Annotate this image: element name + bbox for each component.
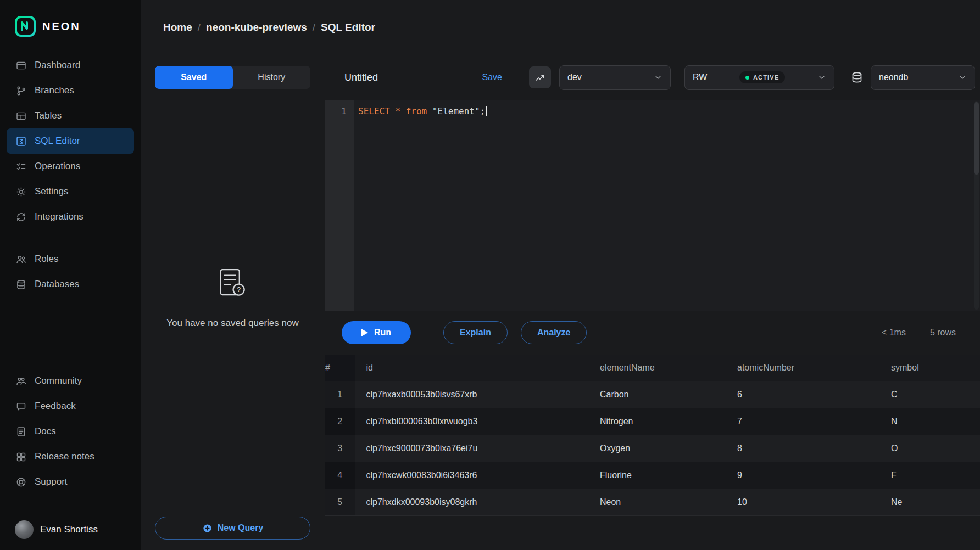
query-action-bar: Run Explain Analyze < 1ms 5 rows xyxy=(325,311,980,355)
cell-id: clp7hxaxb00053b0isvs67xrb xyxy=(355,381,589,408)
community-icon xyxy=(15,375,27,387)
user-menu[interactable]: Evan Shortiss xyxy=(0,512,141,540)
database-select-value: neondb xyxy=(879,72,908,82)
user-name: Evan Shortiss xyxy=(40,524,98,535)
run-label: Run xyxy=(374,328,391,338)
cell-elementName: Fluorine xyxy=(589,462,726,489)
query-stats: < 1ms 5 rows xyxy=(882,328,964,338)
cell-symbol: F xyxy=(880,462,980,489)
sidebar-item-tables[interactable]: Tables xyxy=(7,103,134,128)
sidebar-item-community[interactable]: Community xyxy=(7,368,134,394)
sidebar-item-label: Feedback xyxy=(35,401,76,412)
column-header-elementName: elementName xyxy=(589,355,726,381)
analyze-button[interactable]: Analyze xyxy=(521,321,587,344)
tab-history[interactable]: History xyxy=(233,66,311,89)
code-punctuation: ; xyxy=(480,106,486,116)
action-divider xyxy=(427,324,427,341)
status-badge: ACTIVE xyxy=(739,71,786,83)
cell-id: clp7hxdkx00093b0isy08gkrh xyxy=(355,489,589,515)
cell-id: clp7hxcwk00083b0i6i3463r6 xyxy=(355,462,589,489)
sidebar-item-label: Tables xyxy=(35,110,62,121)
editor-scrollbar-track xyxy=(974,101,979,310)
sidebar-item-label: SQL Editor xyxy=(35,136,80,147)
cell-index: 4 xyxy=(325,462,355,489)
sidebar-item-integrations[interactable]: Integrations xyxy=(7,204,134,229)
branch-diagram-button[interactable] xyxy=(529,66,551,88)
sql-editor-icon xyxy=(15,135,27,147)
query-duration: < 1ms xyxy=(882,328,906,338)
sidebar-item-dashboard[interactable]: Dashboard xyxy=(7,53,134,78)
sidebar-item-databases[interactable]: Databases xyxy=(7,272,134,297)
cell-id: clp7hxbl000063b0ixrwuogb3 xyxy=(355,408,589,435)
sidebar-item-feedback[interactable]: Feedback xyxy=(7,394,134,419)
database-icon xyxy=(15,278,27,290)
breadcrumb: Home / neon-kube-previews / SQL Editor xyxy=(141,0,980,55)
sidebar-item-sql-editor[interactable]: SQL Editor xyxy=(7,128,134,154)
dashboard-icon xyxy=(15,59,27,71)
save-button[interactable]: Save xyxy=(482,72,502,82)
new-query-button[interactable]: New Query xyxy=(155,517,310,540)
sidebar-item-label: Branches xyxy=(35,85,74,96)
cell-symbol: C xyxy=(880,381,980,408)
query-row-count: 5 rows xyxy=(930,328,956,338)
brand-logo[interactable]: NEON xyxy=(0,13,141,53)
empty-state-text: You have no saved queries now xyxy=(166,318,298,329)
sidebar-item-label: Community xyxy=(35,375,82,386)
branch-select[interactable]: dev xyxy=(559,65,671,90)
breadcrumb-separator: / xyxy=(198,21,201,33)
branches-icon xyxy=(15,85,27,97)
sql-input[interactable]: SELECT * from "Element"; xyxy=(354,100,980,311)
sidebar-item-docs[interactable]: Docs xyxy=(7,419,134,444)
avatar xyxy=(15,520,34,539)
operations-icon xyxy=(15,160,27,172)
roles-icon xyxy=(15,253,27,265)
saved-queries-panel: Saved History ? You have no saved querie… xyxy=(141,55,325,550)
column-header-atomicNumber: atomicNumber xyxy=(726,355,880,381)
code-string: "Element" xyxy=(432,106,480,116)
gear-icon xyxy=(15,186,27,198)
release-notes-icon xyxy=(15,451,27,463)
connection-selectors: dev RW ACTIVE xyxy=(519,55,980,100)
status-badge-label: ACTIVE xyxy=(753,74,779,81)
results-table: # id elementName atomicNumber symbol 1 c… xyxy=(325,355,980,516)
editor-scrollbar-thumb[interactable] xyxy=(974,102,979,175)
sidebar-item-support[interactable]: Support xyxy=(7,469,134,495)
cell-elementName: Oxygen xyxy=(589,435,726,462)
breadcrumb-page[interactable]: SQL Editor xyxy=(321,21,375,33)
sidebar-item-label: Support xyxy=(35,476,68,487)
play-icon xyxy=(361,329,368,336)
line-number: 1 xyxy=(325,105,347,118)
sidebar-item-settings[interactable]: Settings xyxy=(7,179,134,204)
tables-icon xyxy=(15,110,27,122)
no-queries-icon: ? xyxy=(215,266,251,305)
compute-endpoint-select[interactable]: RW ACTIVE xyxy=(684,65,834,90)
tab-saved[interactable]: Saved xyxy=(155,66,233,89)
sidebar-item-roles[interactable]: Roles xyxy=(7,246,134,272)
main-area: Home / neon-kube-previews / SQL Editor S… xyxy=(141,0,980,550)
column-header-index: # xyxy=(325,355,355,381)
code-keyword: SELECT * from xyxy=(358,106,432,116)
query-title[interactable]: Untitled xyxy=(344,72,378,83)
column-header-id: id xyxy=(355,355,589,381)
integrations-icon xyxy=(15,211,27,223)
cell-index: 2 xyxy=(325,408,355,435)
feedback-icon xyxy=(15,400,27,412)
app-root: NEON Dashboard Branches Tables xyxy=(0,0,980,550)
cell-index: 1 xyxy=(325,381,355,408)
sidebar-item-label: Docs xyxy=(35,426,56,437)
breadcrumb-home[interactable]: Home xyxy=(163,21,192,33)
active-status-dot xyxy=(745,76,749,80)
cell-elementName: Carbon xyxy=(589,381,726,408)
cell-atomicNumber: 8 xyxy=(726,435,880,462)
sidebar-item-release-notes[interactable]: Release notes xyxy=(7,444,134,469)
cell-symbol: N xyxy=(880,408,980,435)
table-row: 1 clp7hxaxb00053b0isvs67xrb Carbon 6 C xyxy=(325,381,980,408)
database-select[interactable]: neondb xyxy=(871,65,975,90)
sidebar-item-operations[interactable]: Operations xyxy=(7,154,134,179)
breadcrumb-project[interactable]: neon-kube-previews xyxy=(206,21,307,33)
new-query-label: New Query xyxy=(218,523,264,533)
explain-button[interactable]: Explain xyxy=(443,321,508,344)
sidebar-item-branches[interactable]: Branches xyxy=(7,78,134,103)
queries-tabs: Saved History xyxy=(155,66,310,89)
run-button[interactable]: Run xyxy=(342,321,411,344)
